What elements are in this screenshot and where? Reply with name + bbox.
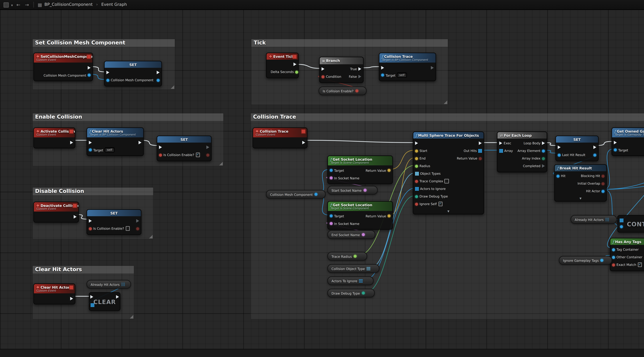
node-header[interactable]: ❖Activate CollisionCustom Event [34, 128, 75, 137]
pin-value-input[interactable]: self [397, 73, 407, 78]
actors-to-ignore-array-pin[interactable] [415, 187, 418, 190]
node-header[interactable]: ƒGet Socket LocationTarget is Scene Comp… [328, 202, 392, 211]
exec-pin[interactable] [322, 67, 324, 71]
get-socket-location-start[interactable]: ƒGet Socket LocationTarget is Scene Comp… [328, 155, 393, 184]
false-pin[interactable] [358, 75, 361, 78]
pin-array-pin[interactable] [620, 219, 623, 222]
comment-title[interactable]: Disable Collision [33, 188, 153, 195]
node-header[interactable]: ƒGet Owned Gameplay TagsTarget is Gamepl… [612, 128, 644, 137]
collision-object-type-getter[interactable]: Collision Object Type [328, 264, 380, 273]
app-icon[interactable] [4, 2, 9, 7]
node-header[interactable]: ❖SetCollisionMeshComponentCustom Event [34, 53, 92, 62]
other-container-pin[interactable] [612, 256, 615, 259]
exec-pin[interactable] [415, 141, 418, 145]
delta-seconds-pin[interactable] [295, 70, 298, 73]
already-hit-actors-getter-3[interactable]: Already Hit Actors [570, 215, 617, 224]
end-socket-name-getter[interactable]: End Socket Name [328, 230, 375, 239]
target-pin[interactable] [89, 148, 92, 151]
exec-pin[interactable] [116, 295, 119, 299]
tag-container-pin[interactable] [612, 248, 615, 251]
node-header[interactable]: ❖Collision TraceCustom Event [253, 128, 307, 137]
collision-object-type-array-pin[interactable] [366, 267, 370, 270]
node-header[interactable]: ƒGet Socket LocationTarget is Scene Comp… [328, 156, 392, 165]
exec-pin[interactable] [159, 145, 162, 149]
branch-tick[interactable]: ▦BranchTrueConditionFalse [319, 57, 364, 83]
draw-debug-type-pin[interactable] [415, 195, 418, 198]
checkbox-pin[interactable]: ✓ [196, 153, 200, 157]
start-pin[interactable] [415, 149, 418, 152]
set-is-collision-enable-false[interactable]: SETIs Collision Enable? [86, 209, 142, 235]
exec-pin[interactable] [479, 141, 482, 145]
collision-mesh-component-getter[interactable]: Collision Mesh Component [266, 190, 326, 199]
end-socket-name-pin[interactable] [362, 233, 365, 236]
collapse-arrow-icon[interactable]: ▼ [413, 209, 484, 214]
ignore-self-pin[interactable] [415, 203, 418, 205]
checkbox-pin[interactable] [126, 226, 130, 231]
for-each-loop[interactable]: ⇄For Each LoopExecLoop BodyArrayArray El… [497, 131, 547, 172]
true-pin[interactable] [358, 67, 361, 71]
collision-trace-event[interactable]: ❖Collision TraceCustom Event [252, 127, 308, 148]
draw-debug-type-getter[interactable]: Draw Debug Type [328, 289, 375, 297]
return-value-pin[interactable] [388, 169, 390, 172]
pin-pin[interactable] [594, 153, 596, 156]
exec-pin[interactable] [431, 66, 434, 69]
pin-pin[interactable] [206, 153, 209, 156]
breadcrumb-blueprint[interactable]: BP_CollisionComponent [44, 2, 92, 7]
node-header[interactable]: ❖Clear Hit ActorsCustom Event [34, 284, 75, 293]
clear-hit-actors-call[interactable]: ƒClear Hit ActorsTarget is BP Collision … [86, 127, 144, 156]
node-header[interactable]: ❖Deactivate CollisionCustom Event [34, 202, 78, 212]
node-header[interactable]: ƒBreak Hit Result [555, 165, 606, 171]
exec-pin[interactable] [70, 297, 73, 300]
in-socket-name-pin[interactable] [330, 222, 333, 225]
node-header[interactable]: ƒClear Hit ActorsTarget is BP Collision … [87, 128, 143, 137]
pin-pin[interactable] [136, 227, 139, 230]
hit-pin[interactable] [556, 174, 560, 177]
set-collision-mesh-component-var[interactable]: SETCollision Mesh Component [104, 61, 162, 86]
blocking-hit-pin[interactable] [602, 174, 604, 177]
exec-pin[interactable] [558, 145, 561, 149]
node-header[interactable]: SET [104, 61, 161, 68]
comment-title[interactable]: Enable Collision [33, 113, 223, 121]
target-pin[interactable] [330, 169, 333, 172]
target-pin[interactable] [614, 148, 617, 151]
node-header[interactable]: ƒHas Any Tags [610, 238, 644, 245]
array-array-pin[interactable] [499, 149, 503, 152]
is-collision-enable-pin[interactable] [355, 89, 358, 92]
node-header[interactable]: SET [87, 210, 141, 216]
set-last-hit-result[interactable]: SETLast Hit Result [556, 136, 599, 161]
trace-radius-getter[interactable]: Trace Radius [328, 252, 367, 261]
comment-title[interactable]: Clear Hit Actors [33, 266, 134, 274]
exec-pin[interactable] [70, 141, 73, 144]
comment-title[interactable]: Collision Trace [251, 113, 644, 121]
exec-pin[interactable] [614, 141, 617, 144]
exec-pin[interactable] [302, 141, 305, 144]
target-pin[interactable] [381, 74, 384, 77]
exec-pin[interactable] [106, 71, 109, 74]
node-header[interactable]: SET [157, 136, 211, 142]
clear-hit-actors-event[interactable]: ❖Clear Hit ActorsCustom Event [33, 283, 76, 304]
pin-value-input[interactable]: self [105, 147, 114, 152]
exec-pin[interactable] [89, 141, 92, 144]
pin-pin[interactable] [156, 78, 160, 81]
array-index-pin[interactable] [542, 157, 545, 160]
exec-pin[interactable] [74, 215, 77, 218]
loop-body-pin[interactable] [542, 141, 545, 145]
target-pin[interactable] [330, 215, 333, 217]
object-types-array-pin[interactable] [415, 172, 418, 175]
radius-pin[interactable] [415, 165, 418, 167]
hit-actor-pin[interactable] [602, 190, 604, 193]
set-is-collision-enable-true[interactable]: SETIs Collision Enable?✓ [156, 136, 212, 161]
set-collision-mesh-component-event[interactable]: ❖SetCollisionMeshComponentCustom EventCo… [33, 53, 93, 81]
get-socket-location-end[interactable]: ƒGet Socket LocationTarget is Scene Comp… [328, 201, 393, 230]
breadcrumb-graph[interactable]: Event Graph [101, 2, 127, 7]
exec-pin[interactable] [90, 295, 93, 299]
exec-pin[interactable] [136, 219, 139, 223]
out-hits-array-pin[interactable] [478, 149, 482, 152]
is-collision-enable-pin[interactable] [159, 153, 162, 156]
trace-radius-pin[interactable] [354, 255, 356, 258]
collision-mesh-component-pin[interactable] [88, 74, 91, 77]
ignore-gameplay-tags-pin[interactable] [600, 259, 604, 262]
exec-pin[interactable] [156, 71, 160, 74]
node-header[interactable]: ▦Branch [320, 57, 363, 64]
start-socket-name-pin[interactable] [363, 189, 366, 192]
